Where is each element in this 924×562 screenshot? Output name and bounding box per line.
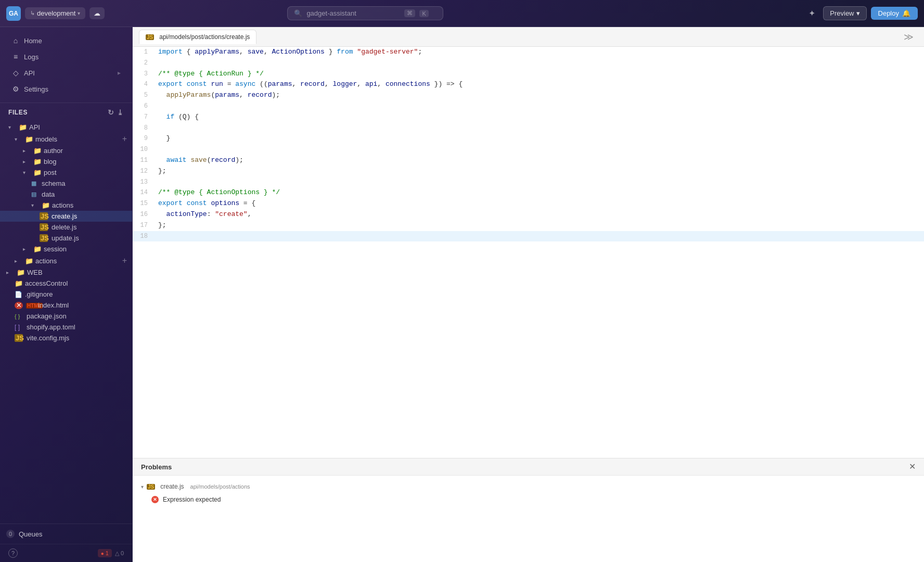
line-content-7: if (Q) { — [156, 112, 924, 123]
gitignore-icon: 📄 — [15, 291, 23, 298]
toml-icon: [ ] — [15, 324, 23, 331]
problem-item-1[interactable]: ✕ Expression expected — [133, 493, 924, 506]
tree-item-create-js[interactable]: JS create.js — [0, 211, 132, 222]
queues-count-badge: 0 — [6, 530, 15, 538]
sidebar-item-home[interactable]: ⌂ Home — [3, 33, 129, 48]
vite-config-icon: JS — [15, 334, 23, 342]
branch-selector[interactable]: ↳ development ▾ — [25, 7, 85, 19]
tree-item-top-actions[interactable]: 📁 actions + — [0, 254, 132, 267]
code-line-15: 15 export const options = { — [133, 198, 924, 209]
refresh-icon[interactable]: ↻ — [108, 108, 114, 117]
session-toggle-icon — [23, 246, 31, 252]
models-add-button[interactable]: + — [122, 134, 127, 144]
line-content-3: /** @type { ActionRun } */ — [156, 69, 924, 80]
tree-item-index-html[interactable]: ✕ HTML index.html — [0, 300, 132, 311]
tree-item-session[interactable]: 📁 session — [0, 244, 132, 254]
code-line-6: 6 — [133, 101, 924, 112]
error-count: 1 — [106, 550, 109, 556]
create-js-label: create.js — [52, 212, 132, 220]
problems-header: Problems ✕ — [133, 458, 924, 476]
tree-item-schema[interactable]: ▦ schema — [0, 178, 132, 189]
panel-collapse-button[interactable]: ≫ — [900, 29, 918, 45]
line-num-10: 10 — [133, 144, 156, 155]
tree-item-package-json[interactable]: { } package.json — [0, 311, 132, 322]
download-icon[interactable]: ⤓ — [117, 108, 124, 117]
tree-item-author[interactable]: 📁 author — [0, 145, 132, 156]
models-toggle-icon — [15, 136, 23, 142]
gitignore-label: .gitignore — [25, 290, 132, 298]
search-bar[interactable]: 🔍 ⌘ K — [287, 6, 443, 20]
line-content-1: import { applyParams, save, ActionOption… — [156, 47, 924, 58]
sidebar-item-home-label: Home — [24, 37, 42, 45]
problem-file-path: api/models/post/actions — [190, 483, 250, 490]
branch-prefix-icon: ↳ — [30, 10, 35, 17]
delete-js-label: delete.js — [52, 223, 132, 231]
tree-item-post-actions[interactable]: 📁 actions — [0, 200, 132, 211]
tree-item-blog[interactable]: 📁 blog — [0, 156, 132, 167]
deploy-label: Deploy — [878, 9, 899, 17]
post-folder-label: post — [44, 169, 132, 176]
line-num-17: 17 — [133, 220, 156, 231]
logs-icon: ≡ — [11, 53, 20, 61]
star-button[interactable]: ✦ — [804, 6, 819, 21]
home-icon: ⌂ — [11, 36, 20, 45]
sidebar-item-queues[interactable]: 0 Queues — [0, 528, 132, 540]
editor-tab-create-js[interactable]: JS api/models/post/actions/create.js — [139, 30, 256, 44]
help-icon[interactable]: ? — [8, 548, 18, 558]
app-logo: GA — [6, 6, 21, 21]
cloud-button[interactable]: ☁ — [89, 7, 105, 19]
preview-label: Preview — [830, 9, 854, 17]
code-line-4: 4 export const run = async ((params, rec… — [133, 79, 924, 90]
line-content-15: export const options = { — [156, 198, 924, 209]
sidebar-item-api[interactable]: ◇ API ▸ — [3, 65, 129, 81]
tree-item-api[interactable]: 📁 API — [0, 122, 132, 133]
sidebar-item-settings[interactable]: ⚙ Settings — [3, 81, 129, 97]
sidebar-item-logs-label: Logs — [24, 53, 38, 61]
line-content-14: /** @type { ActionOptions } */ — [156, 187, 924, 198]
tree-item-delete-js[interactable]: JS delete.js — [0, 222, 132, 233]
deploy-button[interactable]: Deploy 🔔 — [871, 7, 918, 20]
tree-item-models[interactable]: 📁 models + — [0, 133, 132, 145]
tree-item-post[interactable]: 📁 post — [0, 167, 132, 178]
web-folder-label: WEB — [27, 269, 132, 276]
code-line-1: 1 import { applyParams, save, ActionOpti… — [133, 47, 924, 58]
problem-file-js-icon: JS — [147, 484, 155, 490]
tree-item-shopify-toml[interactable]: [ ] shopify.app.toml — [0, 322, 132, 333]
problem-error-icon: ✕ — [151, 496, 159, 503]
tree-item-web[interactable]: 📁 WEB — [0, 267, 132, 278]
tree-item-update-js[interactable]: JS update.js — [0, 233, 132, 244]
line-num-1: 1 — [133, 47, 156, 58]
code-line-10: 10 — [133, 144, 924, 155]
code-line-12: 12 }; — [133, 166, 924, 177]
blog-folder-icon: 📁 — [33, 158, 42, 165]
code-line-18: 18 — [133, 231, 924, 242]
code-editor[interactable]: 1 import { applyParams, save, ActionOpti… — [133, 47, 924, 458]
code-line-17: 17 }; — [133, 220, 924, 231]
top-actions-folder-label: actions — [35, 257, 120, 265]
topbar: GA ↳ development ▾ ☁ 🔍 ⌘ K ✦ Preview ▾ D… — [0, 0, 924, 27]
sidebar-footer: ? ● 1 △ 0 — [0, 544, 132, 562]
line-content-18 — [156, 231, 924, 242]
sidebar-nav: ⌂ Home ≡ Logs ◇ API ▸ ⚙ Settings — [0, 27, 132, 103]
sidebar-item-logs[interactable]: ≡ Logs — [3, 49, 129, 65]
schema-label: schema — [42, 180, 132, 187]
tree-item-access-control[interactable]: 📁 accessControl — [0, 278, 132, 289]
web-toggle-icon — [6, 270, 15, 275]
tree-item-gitignore[interactable]: 📄 .gitignore — [0, 289, 132, 300]
problems-close-button[interactable]: ✕ — [909, 463, 916, 471]
problem-file-row[interactable]: JS create.js api/models/post/actions — [133, 480, 924, 493]
top-actions-add-button[interactable]: + — [122, 256, 127, 265]
session-folder-icon: 📁 — [33, 245, 42, 253]
search-input[interactable] — [306, 9, 400, 17]
files-header-actions: ↻ ⤓ — [108, 108, 124, 117]
line-num-14: 14 — [133, 187, 156, 198]
editor-area: JS api/models/post/actions/create.js ≫ 1… — [133, 27, 924, 562]
preview-chevron-icon: ▾ — [856, 9, 860, 17]
preview-button[interactable]: Preview ▾ — [823, 6, 866, 20]
line-content-4: export const run = async ((params, recor… — [156, 79, 924, 90]
json-icon: { } — [15, 313, 23, 320]
web-folder-icon: 📁 — [17, 269, 25, 276]
tab-label: api/models/post/actions/create.js — [159, 33, 250, 41]
tree-item-data[interactable]: ▤ data — [0, 189, 132, 200]
tree-item-vite-config[interactable]: JS vite.config.mjs — [0, 333, 132, 343]
